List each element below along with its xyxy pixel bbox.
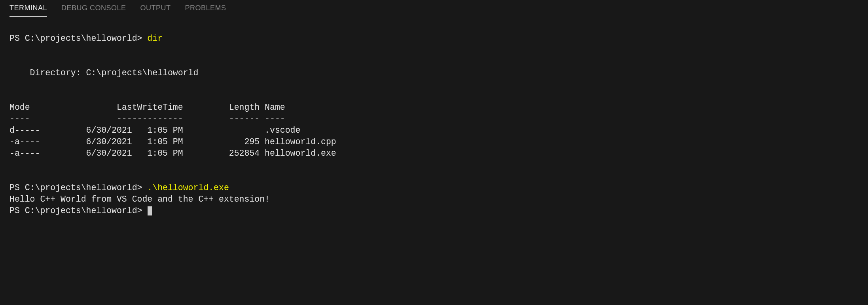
- tab-terminal[interactable]: TERMINAL: [9, 4, 47, 17]
- terminal-content[interactable]: PS C:\projects\helloworld> dir Directory…: [0, 17, 868, 221]
- tab-output[interactable]: OUTPUT: [140, 4, 171, 17]
- tab-debug-console[interactable]: DEBUG CONSOLE: [61, 4, 126, 17]
- command-text: dir: [147, 34, 163, 43]
- tab-problems[interactable]: PROBLEMS: [185, 4, 226, 17]
- prompt-line: PS C:\projects\helloworld>: [9, 34, 147, 43]
- prompt-line: PS C:\projects\helloworld>: [9, 183, 147, 193]
- table-header: Mode LastWriteTime Length Name: [9, 103, 285, 112]
- table-row: -a---- 6/30/2021 1:05 PM 252854 hellowor…: [9, 149, 336, 158]
- cursor-icon: [148, 206, 152, 215]
- table-divider: ---- ------------- ------ ----: [9, 114, 285, 124]
- directory-header: Directory: C:\projects\helloworld: [9, 68, 198, 78]
- prompt-line: PS C:\projects\helloworld>: [9, 206, 147, 215]
- output-line: Hello C++ World from VS Code and the C++…: [9, 194, 270, 204]
- panel-tabs: TERMINAL DEBUG CONSOLE OUTPUT PROBLEMS: [0, 0, 868, 17]
- table-row: d----- 6/30/2021 1:05 PM .vscode: [9, 126, 300, 135]
- command-text: .\helloworld.exe: [147, 183, 229, 193]
- table-row: -a---- 6/30/2021 1:05 PM 295 helloworld.…: [9, 137, 336, 147]
